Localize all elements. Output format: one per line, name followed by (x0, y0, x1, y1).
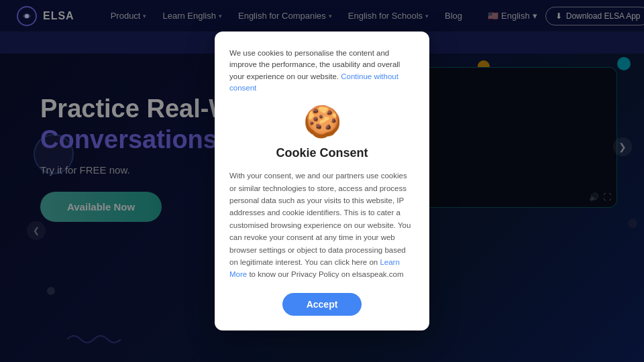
cookie-top-text: We use cookies to personalise the conten… (229, 48, 415, 94)
cookie-modal: We use cookies to personalise the conten… (215, 32, 429, 330)
cookie-emoji: 🍪 (229, 103, 415, 139)
cookie-title: Cookie Consent (229, 146, 415, 160)
modal-overlay: We use cookies to personalise the conten… (0, 0, 644, 362)
accept-button[interactable]: Accept (282, 293, 362, 316)
cookie-body: With your consent, we and our partners u… (229, 170, 415, 281)
